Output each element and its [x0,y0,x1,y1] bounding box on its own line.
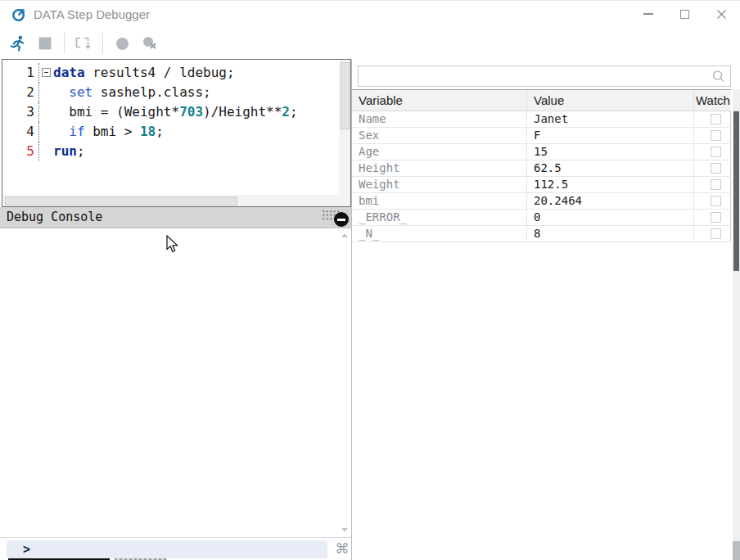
variable-name: Height [352,160,527,176]
minimize-icon [643,13,653,15]
watch-checkbox[interactable] [711,114,721,124]
watch-checkbox[interactable] [711,196,721,206]
variable-value: F [527,128,694,143]
scrollbar-thumb[interactable] [5,196,237,205]
variables-vertical-scrollbar[interactable] [733,89,740,560]
search-icon [711,70,725,84]
scrollbar-thumb[interactable] [341,62,350,129]
watch-checkbox[interactable] [711,228,721,239]
fold-margin [39,83,53,102]
watch-checkbox[interactable] [711,212,721,223]
code-lines: 1data results4 / ldebug;2 set sashelp.cl… [2,60,339,195]
debug-console-header: Debug Console [0,207,351,228]
line-number[interactable]: 5 [2,142,39,161]
variables-table: Variable Value Watch NameJanetSexFAge15H… [352,89,731,242]
table-row[interactable]: NameJanet [352,111,731,128]
variables-panel: Variable Value Watch NameJanetSexFAge15H… [352,60,740,560]
column-header-value[interactable]: Value [527,90,694,111]
code-editor[interactable]: 1data results4 / ldebug;2 set sashelp.cl… [2,59,351,207]
editor-horizontal-scrollbar[interactable] [2,195,339,206]
code-line: 4 if bmi > 18; [2,122,339,142]
variable-name: Sex [352,128,527,143]
step-over-icon [74,36,92,51]
code-text[interactable]: data results4 / ldebug; [53,63,235,83]
watch-checkbox[interactable] [711,147,721,157]
line-number[interactable]: 1 [2,63,39,83]
code-line: 2 set sashelp.class; [2,83,339,102]
clear-breakpoints-button[interactable] [136,30,164,56]
fold-margin [39,122,53,142]
code-line: 1data results4 / ldebug; [2,63,339,83]
command-shortcut-button[interactable]: ⌘ [332,540,352,559]
variable-name: _N_ [352,226,527,242]
clear-breakpoints-icon [142,36,158,51]
code-text[interactable]: bmi = (Weight*703)/Height**2; [53,102,298,122]
maximize-button[interactable] [666,1,703,27]
table-row[interactable]: Weight112.5 [352,177,731,193]
debug-console-title: Debug Console [7,210,102,224]
fold-margin [39,63,53,83]
maximize-icon [680,10,689,19]
code-line: 3 bmi = (Weight*703)/Height**2; [2,102,339,122]
table-row[interactable]: _ERROR_0 [352,210,731,226]
variable-name: bmi [352,193,527,209]
close-button[interactable] [703,1,740,27]
titlebar: DATA Step Debugger [0,1,740,27]
editor-vertical-scrollbar[interactable] [339,60,350,195]
variable-value: 112.5 [527,177,694,192]
step-over-button[interactable] [70,30,97,56]
variable-value: 8 [527,226,694,242]
watch-cell [694,226,731,242]
fold-toggle-icon[interactable] [42,68,51,77]
variable-search-box [358,65,731,87]
line-number[interactable]: 3 [2,102,39,122]
table-row[interactable]: Age15 [352,144,731,160]
run-button[interactable] [3,30,31,56]
stop-button[interactable] [31,30,59,56]
variable-name: Name [352,111,527,127]
toggle-breakpoint-button[interactable] [108,30,136,56]
collapse-console-button[interactable] [334,212,349,227]
column-header-variable[interactable]: Variable [352,90,527,111]
variable-name: Age [352,144,527,160]
watch-cell [694,144,731,160]
variable-value: 20.2464 [527,193,694,209]
watch-checkbox[interactable] [711,163,721,174]
data-step-debugger-window: DATA Step Debugger [0,0,740,560]
breakpoint-icon [115,37,129,51]
run-icon [9,34,26,52]
scroll-down-icon[interactable] [341,528,348,532]
toolbar-separator [64,33,65,54]
debug-console-output [0,228,351,538]
command-prompt: > [23,542,30,557]
code-text[interactable]: set sashelp.class; [53,83,211,102]
scroll-up-icon[interactable] [341,233,348,237]
variable-name: _ERROR_ [352,210,527,225]
fold-margin [39,142,53,161]
code-text[interactable]: run; [53,142,85,161]
code-line: 5run; [2,142,339,161]
watch-cell [694,210,731,225]
variable-search-input[interactable] [362,67,706,85]
command-input[interactable]: > [7,540,327,558]
line-number[interactable]: 2 [2,83,39,102]
table-row[interactable]: bmi20.2464 [352,193,731,210]
variable-value: Janet [527,111,694,127]
watch-checkbox[interactable] [711,130,721,141]
code-text[interactable]: if bmi > 18; [53,122,164,142]
table-row[interactable]: Height62.5 [352,160,731,177]
scrollbar-thumb[interactable] [733,111,739,271]
watch-checkbox[interactable] [711,179,721,190]
stop-icon [38,37,52,50]
table-row[interactable]: SexF [352,128,731,144]
table-row[interactable]: _N_8 [352,226,731,242]
variable-value: 0 [527,210,694,225]
mouse-cursor [166,235,180,255]
variables-rows: NameJanetSexFAge15Height62.5Weight112.5b… [352,111,731,242]
watch-cell [694,160,731,176]
line-number[interactable]: 4 [2,122,39,142]
window-title: DATA Step Debugger [34,7,150,21]
minimize-button[interactable] [629,1,666,27]
column-header-watch[interactable]: Watch [694,90,731,111]
scrollbar-corner [339,195,350,206]
